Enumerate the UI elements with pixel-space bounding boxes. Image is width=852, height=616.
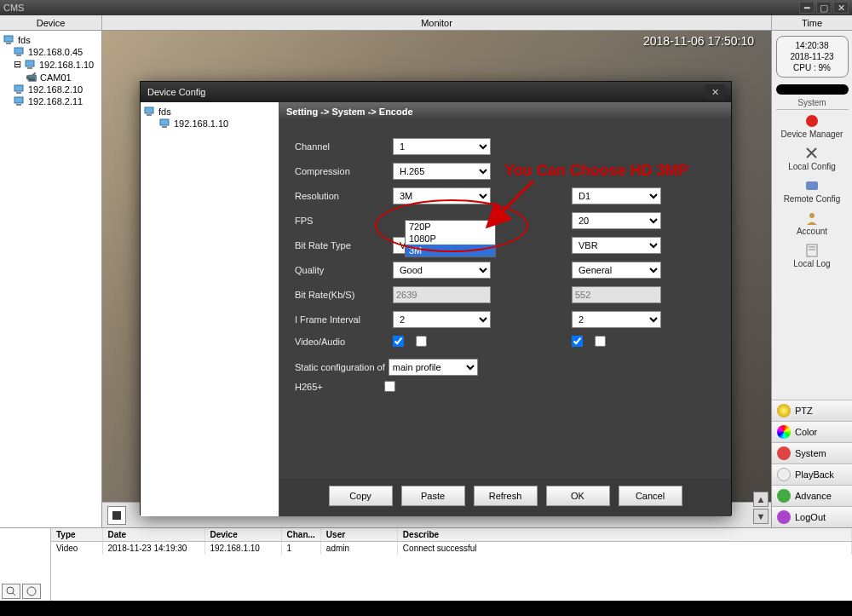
close-button[interactable]: ✕ — [833, 2, 849, 14]
res-option-720p[interactable]: 720P — [406, 221, 495, 233]
side-tab-stack: PTZ Color System PlayBack Advance LogOut — [772, 400, 852, 527]
minimize-button[interactable]: ━ — [799, 2, 815, 14]
tab-ptz[interactable]: PTZ — [772, 400, 852, 421]
stop-button[interactable] — [107, 506, 126, 525]
pc-icon — [25, 60, 37, 70]
tab-label: LogOut — [795, 512, 826, 522]
paste-button[interactable]: Paste — [401, 486, 465, 506]
clock-date: 2018-11-23 — [780, 51, 844, 62]
copy-button[interactable]: Copy — [329, 486, 393, 506]
tab-advance[interactable]: Advance — [772, 485, 852, 506]
label-bitrate: Bit Rate(Kb/S) — [295, 290, 384, 300]
app-title: CMS — [3, 3, 24, 13]
tree-cam01[interactable]: 📹CAM01 — [24, 71, 100, 83]
resolution-select[interactable]: 3M — [393, 187, 491, 204]
log-table[interactable]: Type Date Device Chan... User Describe V… — [51, 528, 852, 601]
sidebar-device-manager[interactable]: Device Manager — [781, 113, 843, 139]
clock-cpu: CPU : 9% — [780, 62, 844, 73]
col-device[interactable]: Device — [204, 528, 281, 542]
scroll-up-button[interactable]: ▲ — [753, 492, 769, 507]
tree-ip-0[interactable]: 192.168.0.45 — [12, 46, 100, 58]
maximize-button[interactable]: ▢ — [816, 2, 832, 14]
remote-icon — [803, 178, 820, 193]
label-compression: Compression — [295, 166, 384, 176]
col-date[interactable]: Date — [102, 528, 204, 542]
pc-icon — [159, 118, 171, 129]
volume-bar[interactable] — [776, 84, 849, 95]
res-option-3m[interactable]: 3M — [406, 245, 495, 256]
label-quality: Quality — [295, 265, 384, 275]
video-main-checkbox[interactable] — [393, 336, 404, 347]
dlg-tree-ip[interactable]: 192.168.1.10 — [159, 118, 275, 130]
tree-root[interactable]: fds — [2, 34, 100, 46]
sidebar-remote-config[interactable]: Remote Config — [784, 178, 841, 204]
system-icon — [777, 446, 791, 460]
tree-ip-3[interactable]: 192.168.2.11 — [12, 95, 100, 107]
label-channel: Channel — [295, 141, 384, 152]
tree-label: CAM01 — [40, 72, 72, 83]
svg-rect-2 — [112, 511, 121, 520]
sub-resolution-select[interactable]: D1 — [572, 187, 661, 204]
svg-line-10 — [13, 593, 15, 596]
brtype-sub-select[interactable]: VBR — [572, 237, 661, 254]
log-area: Type Date Device Chan... User Describe V… — [0, 527, 852, 601]
static-profile-select[interactable]: main profile — [389, 359, 478, 376]
res-option-1080p[interactable]: 1080P — [406, 233, 495, 245]
sidebar-local-log[interactable]: Local Log — [793, 243, 830, 268]
ok-button[interactable]: OK — [546, 486, 610, 506]
iframe-main-select[interactable]: 2 — [393, 311, 491, 328]
sidebar-item-label: Local Config — [788, 162, 836, 171]
svg-point-9 — [7, 587, 14, 594]
col-describe[interactable]: Describe — [397, 528, 851, 542]
dialog-close-button[interactable]: ✕ — [705, 84, 724, 100]
tab-color[interactable]: Color — [772, 421, 852, 442]
pc-icon — [14, 84, 26, 95]
dialog-button-row: Copy Paste Refresh OK Cancel — [279, 479, 731, 516]
svg-rect-4 — [806, 181, 818, 190]
iframe-sub-select[interactable]: 2 — [572, 311, 661, 328]
cell: Connect successful — [397, 542, 851, 556]
resolution-dropdown-list[interactable]: 720P 1080P 3M — [405, 220, 496, 257]
sidebar-account[interactable]: Account — [797, 210, 827, 236]
tree-ip-2[interactable]: 192.168.2.10 — [12, 83, 100, 95]
clock-box: 14:20:38 2018-11-23 CPU : 9% — [776, 36, 849, 78]
tab-playback[interactable]: PlayBack — [772, 463, 852, 485]
svg-point-11 — [27, 587, 36, 596]
seg-time: Time — [771, 15, 852, 30]
cell: 192.168.1.10 — [204, 542, 281, 556]
playback-icon — [777, 468, 791, 481]
col-user[interactable]: User — [320, 528, 397, 542]
cell: admin — [320, 542, 397, 556]
video-sub-checkbox[interactable] — [572, 336, 583, 347]
breadcrumb: Setting -> System -> Encode — [279, 102, 731, 121]
label-brtype: Bit Rate Type — [295, 240, 384, 250]
h265plus-checkbox[interactable] — [384, 381, 395, 392]
compression-select[interactable]: H.265 — [393, 163, 491, 180]
log-row[interactable]: Video 2018-11-23 14:19:30 192.168.1.10 1… — [51, 542, 852, 556]
dialog-titlebar[interactable]: Device Config ✕ — [141, 82, 731, 102]
channel-select[interactable]: 1 — [393, 138, 491, 155]
search-log-button[interactable] — [2, 584, 20, 599]
fps-sub-select[interactable]: 20 — [572, 212, 661, 229]
label-fps: FPS — [295, 216, 384, 226]
clear-log-button[interactable] — [22, 584, 41, 599]
quality-main-select[interactable]: Good — [393, 262, 491, 279]
color-icon — [777, 425, 791, 439]
col-type[interactable]: Type — [51, 528, 102, 542]
quality-sub-select[interactable]: General — [572, 262, 661, 279]
refresh-button[interactable]: Refresh — [474, 486, 538, 506]
cancel-button[interactable]: Cancel — [619, 486, 682, 506]
col-chan[interactable]: Chan... — [281, 528, 320, 542]
scroll-down-button[interactable]: ▼ — [753, 509, 769, 524]
tab-label: Color — [795, 427, 817, 437]
tab-logout[interactable]: LogOut — [772, 506, 852, 527]
audio-main-checkbox[interactable] — [416, 336, 427, 347]
tab-system[interactable]: System — [772, 442, 852, 463]
tree-ip-1[interactable]: ⊟192.168.1.10 — [12, 58, 100, 71]
dialog-title: Device Config — [147, 87, 205, 97]
tab-label: PlayBack — [795, 469, 834, 480]
sidebar-local-config[interactable]: Local Config — [788, 146, 836, 171]
audio-sub-checkbox[interactable] — [595, 336, 606, 347]
dlg-tree-root[interactable]: fds — [144, 106, 275, 118]
label-resolution: Resolution — [295, 191, 384, 201]
